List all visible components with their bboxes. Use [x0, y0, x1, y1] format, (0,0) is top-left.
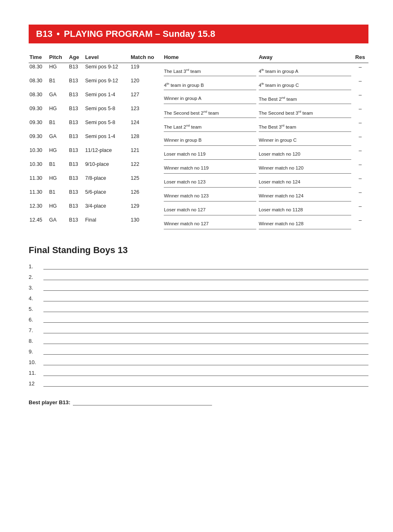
match-no-cell: 119	[130, 63, 163, 77]
match-no-cell: 130	[130, 216, 163, 230]
standing-item: 4.	[29, 295, 368, 301]
pitch-cell: B1	[48, 161, 68, 174]
header-away: Away	[258, 52, 353, 63]
team-cell: Winner match no 120	[258, 161, 353, 174]
level-cell: Semi pos 5-8	[84, 119, 130, 133]
standing-line	[43, 348, 368, 355]
team-cell: The Last 2nd team	[163, 119, 258, 133]
title-banner: B13 • PLAYING PROGRAM – Sunday 15.8	[29, 25, 368, 43]
team-cell: Winner match no 124	[258, 188, 353, 202]
team-cell: 4th team in group A	[258, 63, 353, 77]
team-cell: Winner match no 128	[258, 216, 353, 230]
level-cell: Semi pos 9-12	[84, 63, 130, 77]
standing-item: 3.	[29, 284, 368, 291]
pitch-cell: HG	[48, 202, 68, 216]
standing-line	[43, 316, 368, 323]
pitch-cell: B1	[48, 77, 68, 91]
age-cell: B13	[68, 133, 84, 147]
standing-position: 8.	[29, 338, 42, 344]
standing-line	[43, 369, 368, 376]
team-entry: Winner in group A	[164, 92, 256, 104]
table-row: 12.30HGB133/4-place129Loser match no 127…	[29, 202, 368, 216]
level-cell: 5/6-place	[84, 188, 130, 202]
age-cell: B13	[68, 174, 84, 188]
standing-position: 1.	[29, 263, 42, 269]
pitch-cell: GA	[48, 216, 68, 230]
team-entry: 4th team in group B	[164, 78, 256, 90]
table-row: 08.30B1B13Semi pos 9-121204th team in gr…	[29, 77, 368, 91]
final-standing-section: Final Standing Boys 13 1.2.3.4.5.6.7.8.9…	[29, 245, 368, 387]
title-bullet: •	[56, 29, 60, 39]
standing-position: 6.	[29, 317, 42, 323]
age-cell: B13	[68, 77, 84, 91]
team-entry: Loser match no 127	[164, 203, 256, 215]
team-entry: Winner match no 128	[259, 217, 351, 229]
team-cell: Loser match no 1128	[258, 202, 353, 216]
team-cell: The Best 2nd team	[258, 91, 353, 105]
team-cell: The Best 3rd team	[258, 119, 353, 133]
level-cell: Semi pos 1-4	[84, 91, 130, 105]
level-cell: 3/4-place	[84, 202, 130, 216]
team-entry: Winner match no 120	[259, 161, 351, 174]
team-cell: Winner in group A	[163, 91, 258, 105]
match-no-cell: 121	[130, 147, 163, 161]
standing-item: 5.	[29, 306, 368, 312]
team-entry: Winner match no 123	[164, 189, 256, 201]
table-row: 12.45GAB13Final130Winner match no 127Win…	[29, 216, 368, 230]
res-cell: –	[353, 202, 368, 216]
best-player-label: Best player B13:	[29, 399, 70, 405]
table-row: 10.30B1B139/10-place122Winner match no 1…	[29, 161, 368, 174]
standing-position: 4.	[29, 295, 42, 301]
table-header-row: Time Pitch Age Level Match no Home Away …	[29, 52, 368, 63]
standing-item: 8.	[29, 337, 368, 344]
time-cell: 09.30	[29, 133, 48, 147]
standing-position: 12	[29, 380, 42, 387]
age-cell: B13	[68, 188, 84, 202]
match-no-cell: 125	[130, 174, 163, 188]
time-cell: 11.30	[29, 188, 48, 202]
match-no-cell: 122	[130, 161, 163, 174]
team-entry: Winner in group C	[259, 134, 351, 146]
standing-position: 3.	[29, 285, 42, 291]
standing-item: 9.	[29, 348, 368, 355]
team-entry: The Second best 3rd team	[259, 106, 351, 118]
standing-position: 10.	[29, 359, 42, 365]
standing-item: 12	[29, 380, 368, 387]
team-cell: The Second best 3rd team	[258, 105, 353, 119]
team-cell: Winner match no 127	[163, 216, 258, 230]
level-cell: Semi pos 9-12	[84, 77, 130, 91]
level-cell: 11/12-place	[84, 147, 130, 161]
match-no-cell: 120	[130, 77, 163, 91]
team-entry: Winner in group B	[164, 134, 256, 146]
header-home: Home	[163, 52, 258, 63]
time-cell: 10.30	[29, 147, 48, 161]
time-cell: 08.30	[29, 77, 48, 91]
level-cell: Semi pos 5-8	[84, 105, 130, 119]
time-cell: 09.30	[29, 119, 48, 133]
standing-position: 9.	[29, 349, 42, 355]
time-cell: 08.30	[29, 91, 48, 105]
level-cell: Semi pos 1-4	[84, 133, 130, 147]
age-cell: B13	[68, 119, 84, 133]
res-cell: –	[353, 63, 368, 77]
age-cell: B13	[68, 202, 84, 216]
standing-item: 6.	[29, 316, 368, 323]
team-cell: Winner match no 123	[163, 188, 258, 202]
team-entry: 4th team in group A	[259, 64, 351, 76]
team-entry: The Best 2nd team	[259, 92, 351, 104]
match-no-cell: 123	[130, 105, 163, 119]
team-entry: Loser match no 124	[259, 175, 351, 188]
time-cell: 11.30	[29, 174, 48, 188]
team-cell: Loser match no 124	[258, 174, 353, 188]
team-entry: Loser match no 119	[164, 147, 256, 160]
header-res: Res	[353, 52, 368, 63]
standing-item: 1.	[29, 263, 368, 269]
time-cell: 12.45	[29, 216, 48, 230]
res-cell: –	[353, 161, 368, 174]
res-cell: –	[353, 188, 368, 202]
table-row: 10.30HGB1311/12-place121Loser match no 1…	[29, 147, 368, 161]
team-entry: Winner match no 119	[164, 161, 256, 174]
age-cell: B13	[68, 216, 84, 230]
pitch-cell: GA	[48, 91, 68, 105]
standing-line	[43, 284, 368, 291]
